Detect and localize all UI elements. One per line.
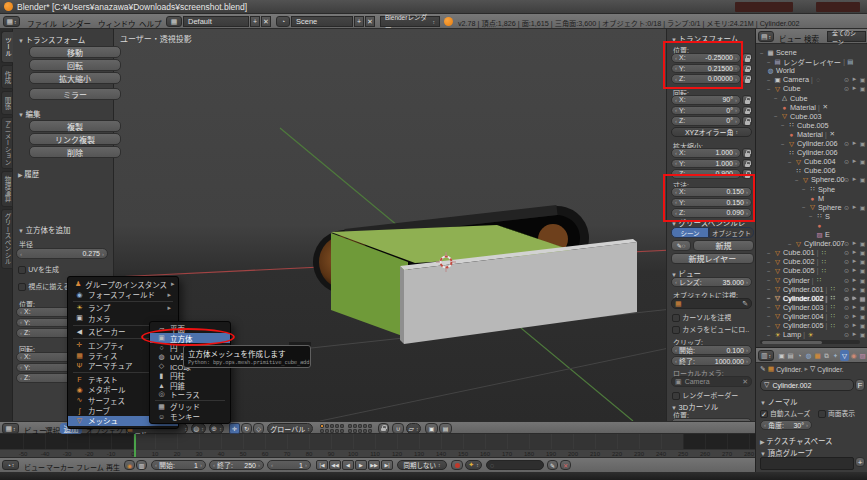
outliner-row[interactable]: ●M xyxy=(756,194,867,203)
outliner-row[interactable]: −▽Cylinder|∷⊙►▣ xyxy=(756,276,867,285)
outliner-row[interactable]: −▽Cube.002|∷⊙►▣ xyxy=(756,257,867,266)
timeline-marker-menu[interactable]: マーカー xyxy=(46,462,74,472)
add-scene-button[interactable]: + xyxy=(354,16,364,27)
outliner-row[interactable]: ∷Cube.006 xyxy=(756,166,867,175)
outliner-row[interactable]: ▨E xyxy=(756,230,867,239)
select-icon[interactable]: ► xyxy=(851,277,858,284)
gp-new-button[interactable]: 新規 xyxy=(693,240,754,251)
visibility-toggles[interactable]: ⊙►▣ xyxy=(843,240,866,247)
eye-icon[interactable]: ⊙ xyxy=(843,140,850,147)
timeline-track[interactable] xyxy=(0,434,755,449)
rotate-button[interactable]: 回転 xyxy=(29,59,121,71)
eye-icon[interactable]: ⊙ xyxy=(843,322,850,329)
next-keyframe-button[interactable]: ▶▶ xyxy=(368,460,380,470)
select-icon[interactable]: ► xyxy=(851,295,858,302)
eye-icon[interactable]: ⊙ xyxy=(843,240,850,247)
eye-icon[interactable]: ⊙ xyxy=(843,295,850,302)
opengl-render-anim-icon[interactable]: ▤ xyxy=(439,423,452,434)
object-data-tab[interactable]: ▽ xyxy=(840,350,849,361)
scene-tab[interactable]: ◔ xyxy=(795,350,804,361)
render-icon[interactable]: ▣ xyxy=(859,267,866,274)
outliner-row[interactable]: −▽Cube⊙►▣ xyxy=(756,84,867,93)
outliner-row[interactable]: −▽Cylinder.006⊙►▣ xyxy=(756,139,867,148)
render-icon[interactable]: ▣ xyxy=(859,240,866,247)
visibility-toggles[interactable]: ⊙►▣ xyxy=(843,304,866,311)
texture-tab[interactable]: ▨ xyxy=(858,350,867,361)
lock-object-field[interactable]: ▦✎ xyxy=(671,298,752,309)
current-frame-field[interactable]: ‹1› xyxy=(267,460,311,470)
layer-toggle[interactable] xyxy=(363,429,367,433)
select-icon[interactable]: ► xyxy=(851,76,858,83)
gp-new-layer-button[interactable]: 新規レイヤー xyxy=(671,253,754,264)
layer-toggle[interactable] xyxy=(363,424,367,428)
preview-range-icon[interactable]: ◉ xyxy=(124,460,135,470)
outliner-row[interactable]: ● xyxy=(756,221,867,230)
visibility-toggles[interactable]: ⊙►▣ xyxy=(843,331,866,338)
duplicate-button[interactable]: 複製 xyxy=(29,120,121,132)
select-icon[interactable]: ► xyxy=(851,267,858,274)
outliner-row[interactable]: ●Material|✕ xyxy=(756,103,867,112)
fake-user-button[interactable]: F xyxy=(855,379,865,391)
unlock-icon[interactable] xyxy=(742,74,752,84)
shading-dropdown[interactable]: ◍↕ xyxy=(191,423,206,434)
render-icon[interactable]: ▣ xyxy=(859,304,866,311)
render-icon[interactable]: ▣ xyxy=(859,204,866,211)
snap-element-dropdown[interactable]: ▱↕ xyxy=(406,423,421,434)
transform-panel-header[interactable]: ▼ トランスフォーム xyxy=(18,34,85,45)
eye-icon[interactable]: ⊙ xyxy=(843,258,850,265)
outliner-row[interactable]: −▽Sphere.00⊙►▣ xyxy=(756,175,867,184)
select-icon[interactable]: ► xyxy=(851,286,858,293)
world-tab[interactable]: ◍ xyxy=(804,350,813,361)
outliner-row[interactable]: −∷Cube.005 xyxy=(756,121,867,130)
frame-lock-icon[interactable]: ▥ xyxy=(136,460,147,470)
outliner-scrollbar[interactable] xyxy=(760,340,860,344)
orientation-dropdown[interactable]: グローバル↕ xyxy=(267,423,313,434)
select-icon[interactable]: ► xyxy=(851,176,858,183)
render-border-checkbox[interactable]: レンダーボーダー xyxy=(672,390,738,400)
layer-toggle[interactable] xyxy=(335,429,339,433)
outliner-row[interactable]: −▽Sphere⊙►▣ xyxy=(756,203,867,212)
visibility-toggles[interactable]: ⊙►▣ xyxy=(843,322,866,329)
manipulator-scale-icon[interactable]: ◇ xyxy=(253,423,264,434)
snap-magnet-icon[interactable]: ∪ xyxy=(392,423,404,434)
modifiers-tab[interactable]: ✦ xyxy=(831,350,840,361)
eye-icon[interactable]: ⊙ xyxy=(843,76,850,83)
unlock-icon[interactable] xyxy=(742,53,752,63)
scene-field[interactable]: Scene xyxy=(291,16,353,27)
layer-toggle[interactable] xyxy=(325,424,329,428)
screen-layout-icon[interactable]: ▦ xyxy=(166,16,182,27)
keying-set-field[interactable]: ◌ xyxy=(486,460,544,470)
select-icon[interactable]: ► xyxy=(851,140,858,147)
prev-keyframe-button[interactable]: ◀◀ xyxy=(329,460,341,470)
gp-object-toggle[interactable]: オブジェクト xyxy=(709,227,754,238)
layer-toggle[interactable] xyxy=(335,424,339,428)
render-icon[interactable]: ▣ xyxy=(859,76,866,83)
texture-space-panel-header[interactable]: ▶ テクスチャスペース xyxy=(760,435,833,446)
render-icon[interactable]: ▣ xyxy=(859,158,866,165)
layer-toggle[interactable] xyxy=(320,429,324,433)
layer-toggle[interactable] xyxy=(368,429,372,433)
render-icon[interactable]: ▣ xyxy=(859,176,866,183)
visibility-toggles[interactable]: ⊙►▣ xyxy=(843,313,866,320)
constraints-tab[interactable]: ⧉ xyxy=(822,350,831,361)
close-scene-button[interactable]: ✕ xyxy=(365,16,375,27)
play-button[interactable]: ▶ xyxy=(355,460,367,470)
sync-dropdown[interactable]: 同期しない↕ xyxy=(397,460,447,470)
lock-cursor-checkbox[interactable]: カーソルを注視 xyxy=(672,312,731,322)
render-layers-tab[interactable]: ▤ xyxy=(786,350,795,361)
menu-file[interactable]: ファイル xyxy=(27,18,57,29)
layers-widget[interactable] xyxy=(320,424,372,433)
render-icon[interactable]: ▣ xyxy=(859,295,866,302)
eye-icon[interactable]: ⊙ xyxy=(843,204,850,211)
visibility-toggles[interactable]: ⊙►▣ xyxy=(843,277,866,284)
layer-toggle[interactable] xyxy=(340,429,344,433)
unlock-icon[interactable] xyxy=(742,159,752,169)
opengl-render-icon[interactable]: ▣ xyxy=(425,423,438,434)
select-icon[interactable]: ► xyxy=(851,158,858,165)
outliner-row[interactable]: −▽Cube.004⊙►▣ xyxy=(756,157,867,166)
number-field[interactable]: ‹Z:0°› xyxy=(671,116,741,126)
visibility-toggles[interactable]: ⊙►▣ xyxy=(843,76,866,83)
eye-icon[interactable]: ⊙ xyxy=(843,286,850,293)
display-mode-dropdown[interactable]: 全てのシーン xyxy=(827,31,866,42)
visibility-toggles[interactable]: ⊙►▣ xyxy=(843,267,866,274)
